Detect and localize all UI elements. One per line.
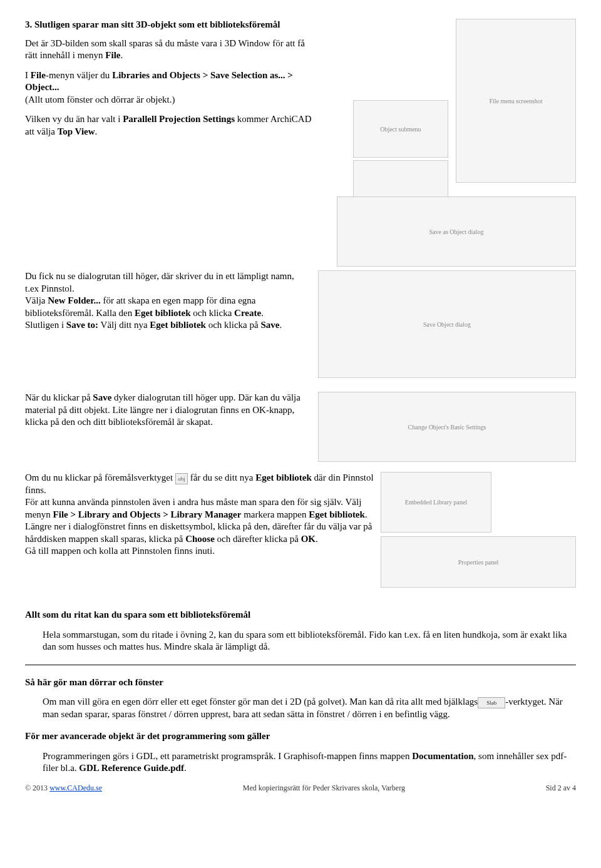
text: -menyn väljer du: [46, 70, 112, 80]
bold-create: Create: [234, 308, 261, 318]
bold-save: Save: [93, 392, 111, 402]
paragraph-gdl: Programmeringen görs i GDL, ett parametr…: [43, 750, 576, 775]
paragraph-library-manager: Om du nu klickar på föremålsverktyget ob…: [25, 472, 413, 558]
change-settings-screenshot: Change Object's Basic Settings: [318, 392, 576, 462]
text: Välja: [25, 295, 48, 305]
subheading-doors-windows: Så här gör man dörrar och fönster: [25, 677, 576, 689]
properties-panel-screenshot: Properties panel: [381, 536, 576, 588]
text: Välj ditt nya: [98, 320, 150, 330]
footer-right: Sid 2 av 4: [546, 784, 576, 794]
text: markera mappen: [241, 509, 309, 519]
text: och klicka på: [206, 320, 260, 330]
object-submenu-screenshot: Object submenu: [353, 100, 448, 158]
text: .: [95, 126, 98, 136]
slab-tool-icon: Slab: [478, 697, 505, 708]
text: .: [184, 763, 187, 773]
text: och klicka: [191, 308, 235, 318]
bold-save: Save: [260, 320, 279, 330]
text: och därefter klicka på: [215, 534, 301, 544]
bold-saveto: Save to:: [66, 320, 98, 330]
bold-eget: Eget bibliotek: [150, 320, 206, 330]
paragraph-top-view: Vilken vy du än har valt i Parallell Pro…: [25, 113, 319, 138]
text: Gå till mappen och kolla att Pinnstolen …: [25, 546, 215, 556]
subheading-save-all: Allt som du ritat kan du spara som ett b…: [25, 609, 576, 621]
horizontal-rule: [25, 665, 576, 665]
save-as-object-dialog-screenshot: Save as Object dialog: [337, 197, 576, 267]
text: .: [279, 320, 282, 330]
bold-eget: Eget bibliotek: [135, 308, 191, 318]
text-note: (Allt utom fönster och dörrar är objekt.…: [25, 94, 175, 105]
file-menu-screenshot: File menu screenshot: [456, 19, 576, 183]
bold-file: File: [31, 70, 46, 80]
text: Det är 3D-bilden som skall sparas så du …: [25, 38, 305, 61]
bold-newfolder: New Folder...: [48, 295, 100, 305]
save-object-dialog-screenshot: Save Object dialog: [318, 270, 576, 378]
bold-menu-path: File > Library and Objects > Library Man…: [53, 509, 242, 519]
paragraph-save-click: När du klickar på Save dyker dialogrutan…: [25, 392, 307, 429]
page-footer: © 2013 www.CADedu.se Med kopieringsrätt …: [25, 784, 576, 794]
text: Vilken vy du än har valt i: [25, 114, 123, 124]
bold-eget: Eget bibliotek: [309, 509, 365, 519]
paragraph-dialog: Du fick nu se dialogrutan till höger, dä…: [25, 270, 307, 332]
text: .: [120, 50, 123, 60]
bold-topview: Top View: [58, 126, 95, 136]
bold-heading: Så här gör man dörrar och fönster: [25, 677, 163, 687]
footer-left: © 2013 www.CADedu.se: [25, 784, 102, 794]
text: Om man vill göra en egen dörr eller ett …: [43, 697, 478, 707]
library-panel-screenshot: Embedded Library panel: [381, 472, 491, 533]
text: .: [316, 534, 318, 544]
text: När du klickar på: [25, 392, 93, 402]
object-tool-icon: obj: [175, 473, 188, 484]
text: Slutligen i: [25, 320, 66, 330]
text: I: [25, 70, 31, 80]
text: Du fick nu se dialogrutan till höger, dä…: [25, 271, 294, 294]
paragraph-doors: Om man vill göra en egen dörr eller ett …: [43, 696, 576, 720]
bold-documentation: Documentation: [412, 751, 473, 761]
paragraph-3d-window: Det är 3D-bilden som skall sparas så du …: [25, 38, 319, 62]
copyright-text: © 2013: [25, 784, 49, 792]
bold-ok: OK: [301, 534, 316, 544]
bold-eget: Eget bibliotek: [255, 472, 312, 483]
text: .: [261, 308, 264, 318]
subheading-programming: För mer avancerade objekt är det program…: [25, 730, 576, 743]
bold-heading: Allt som du ritat kan du spara som ett b…: [25, 610, 250, 620]
bold-projection: Parallell Projection Settings: [123, 114, 235, 124]
paragraph-sommarstuga: Hela sommarstugan, som du ritade i övnin…: [43, 629, 576, 653]
text: Om du nu klickar på föremålsverktyget: [25, 472, 175, 483]
footer-link[interactable]: www.CADedu.se: [49, 784, 102, 792]
paragraph-file-menu: I File-menyn väljer du Libraries and Obj…: [25, 69, 319, 106]
bold-heading: För mer avancerade objekt är det program…: [25, 731, 270, 741]
bold-choose: Choose: [185, 534, 215, 544]
bold-gdlref: GDL Reference Guide.pdf: [79, 763, 184, 773]
bold-file: File: [105, 50, 120, 60]
section-3-title: 3. Slutligen sparar man sitt 3D-objekt s…: [25, 19, 319, 31]
footer-center: Med kopieringsrätt för Peder Skrivares s…: [243, 784, 405, 794]
text: Programmeringen görs i GDL, ett parametr…: [43, 751, 412, 761]
text: får du se ditt nya: [188, 472, 255, 483]
